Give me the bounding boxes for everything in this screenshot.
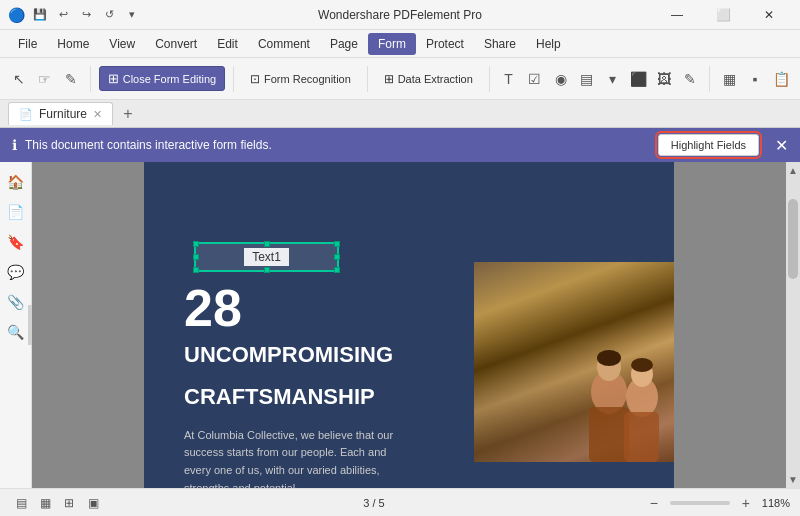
form-recognition-button[interactable]: ⊡ Form Recognition: [242, 68, 359, 90]
maximize-button[interactable]: ⬜: [700, 0, 746, 30]
view-mode-buttons: ▤ ▦ ⊞ ▣: [10, 492, 104, 514]
sep5: [709, 66, 710, 92]
tab-doc-icon: 📄: [19, 108, 33, 121]
menu-page[interactable]: Page: [320, 33, 368, 55]
tab-bar: 📄 Furniture ✕ +: [0, 100, 800, 128]
svg-rect-4: [589, 407, 629, 462]
fields-icon[interactable]: 📋: [770, 65, 792, 93]
list-icon[interactable]: ▤: [576, 65, 598, 93]
minimize-button[interactable]: —: [654, 0, 700, 30]
tab-close-button[interactable]: ✕: [93, 108, 102, 121]
resize-handle-tc[interactable]: [264, 241, 270, 247]
quick-access-toolbar: 💾 ↩ ↪ ↺ ▾: [30, 5, 142, 25]
resize-handle-bc[interactable]: [264, 267, 270, 273]
title-bar-left: 🔵 💾 ↩ ↪ ↺ ▾: [8, 5, 142, 25]
title-bar: 🔵 💾 ↩ ↪ ↺ ▾ Wondershare PDFelement Pro —…: [0, 0, 800, 30]
hand-tool[interactable]: ☞: [34, 65, 56, 93]
sep4: [489, 66, 490, 92]
dropdown-form-icon[interactable]: ▾: [601, 65, 623, 93]
content-area: Text1: [32, 162, 786, 488]
sidebar-search-icon[interactable]: 🔍: [4, 320, 28, 344]
menu-share[interactable]: Share: [474, 33, 526, 55]
toolbar: ↖ ☞ ✎ ⊞ Close Form Editing ⊡ Form Recogn…: [0, 58, 800, 100]
sidebar-pages-icon[interactable]: 📄: [4, 200, 28, 224]
select-tool[interactable]: ↖: [8, 65, 30, 93]
radio-icon[interactable]: ◉: [550, 65, 572, 93]
status-bar: ▤ ▦ ⊞ ▣ 3 / 5 − + 118%: [0, 488, 800, 516]
menu-convert[interactable]: Convert: [145, 33, 207, 55]
data-extraction-button[interactable]: ⊞ Data Extraction: [376, 68, 481, 90]
button-icon[interactable]: ⬛: [627, 65, 649, 93]
info-close-button[interactable]: ✕: [775, 136, 788, 155]
pdf-image: [474, 262, 674, 462]
resize-handle-br[interactable]: [334, 267, 340, 273]
save-button[interactable]: 💾: [30, 5, 50, 25]
highlight-fields-button[interactable]: Highlight Fields: [658, 134, 759, 156]
status-right: − + 118%: [644, 493, 790, 513]
scroll-up[interactable]: ▲: [785, 162, 800, 179]
data-extraction-label: Data Extraction: [398, 73, 473, 85]
menu-file[interactable]: File: [8, 33, 47, 55]
scrollbar[interactable]: ▲ ▼: [786, 162, 800, 488]
sidebar-bookmark-icon[interactable]: 🔖: [4, 230, 28, 254]
pdf-body1: At Columbia Collective, we believe that …: [184, 427, 404, 488]
menu-help[interactable]: Help: [526, 33, 571, 55]
sidebar-comment-icon[interactable]: 💬: [4, 260, 28, 284]
view-scroll-btn[interactable]: ▣: [82, 492, 104, 514]
redo-button[interactable]: ↪: [76, 5, 96, 25]
info-icon: ℹ: [12, 137, 17, 153]
dropdown-button[interactable]: ▾: [122, 5, 142, 25]
menu-protect[interactable]: Protect: [416, 33, 474, 55]
page-number: 3 / 5: [363, 497, 384, 509]
resize-handle-ml[interactable]: [193, 254, 199, 260]
resize-handle-tr[interactable]: [334, 241, 340, 247]
menu-comment[interactable]: Comment: [248, 33, 320, 55]
zoom-slider[interactable]: [670, 501, 730, 505]
info-message: This document contains interactive form …: [25, 138, 650, 152]
tab-label: Furniture: [39, 107, 87, 121]
resize-handle-mr[interactable]: [334, 254, 340, 260]
barcode-icon[interactable]: ▦: [718, 65, 740, 93]
sidebar-home-icon[interactable]: 🏠: [4, 170, 28, 194]
view-single-btn[interactable]: ▤: [10, 492, 32, 514]
svg-point-6: [597, 350, 621, 366]
page-info: 3 / 5: [363, 497, 384, 509]
main-area: 🏠 📄 🔖 💬 📎 🔍 › Text1: [0, 162, 800, 488]
recognition-icon: ⊡: [250, 72, 260, 86]
view-grid-btn[interactable]: ⊞: [58, 492, 80, 514]
edit-tool[interactable]: ✎: [60, 65, 82, 93]
qr-icon[interactable]: ▪: [744, 65, 766, 93]
resize-handle-bl[interactable]: [193, 267, 199, 273]
info-banner: ℹ This document contains interactive for…: [0, 128, 800, 162]
add-tab-button[interactable]: +: [117, 103, 139, 125]
sign-icon[interactable]: ✎: [679, 65, 701, 93]
close-button[interactable]: ✕: [746, 0, 792, 30]
view-double-btn[interactable]: ▦: [34, 492, 56, 514]
tab-furniture[interactable]: 📄 Furniture ✕: [8, 102, 113, 125]
menu-home[interactable]: Home: [47, 33, 99, 55]
sep3: [367, 66, 368, 92]
scroll-down[interactable]: ▼: [785, 471, 800, 488]
text-field-box[interactable]: Text1: [194, 242, 339, 272]
form-icon: ⊞: [108, 71, 119, 86]
text-field-icon[interactable]: T: [498, 65, 520, 93]
undo-button[interactable]: ↩: [53, 5, 73, 25]
menu-form[interactable]: Form: [368, 33, 416, 55]
zoom-value: 118%: [762, 497, 790, 509]
text-field-label: Text1: [244, 248, 289, 266]
refresh-button[interactable]: ↺: [99, 5, 119, 25]
resize-handle-tl[interactable]: [193, 241, 199, 247]
status-left: ▤ ▦ ⊞ ▣: [10, 492, 104, 514]
menu-view[interactable]: View: [99, 33, 145, 55]
close-form-editing-button[interactable]: ⊞ Close Form Editing: [99, 66, 226, 91]
checkbox-icon[interactable]: ☑: [524, 65, 546, 93]
menu-bar: File Home View Convert Edit Comment Page…: [0, 30, 800, 58]
scrollbar-thumb[interactable]: [788, 199, 798, 279]
svg-point-7: [631, 358, 653, 372]
zoom-out-button[interactable]: −: [644, 493, 664, 513]
menu-edit[interactable]: Edit: [207, 33, 248, 55]
app-icon: 🔵: [8, 7, 24, 23]
sidebar-attachment-icon[interactable]: 📎: [4, 290, 28, 314]
image-icon[interactable]: 🖼: [653, 65, 675, 93]
zoom-in-button[interactable]: +: [736, 493, 756, 513]
